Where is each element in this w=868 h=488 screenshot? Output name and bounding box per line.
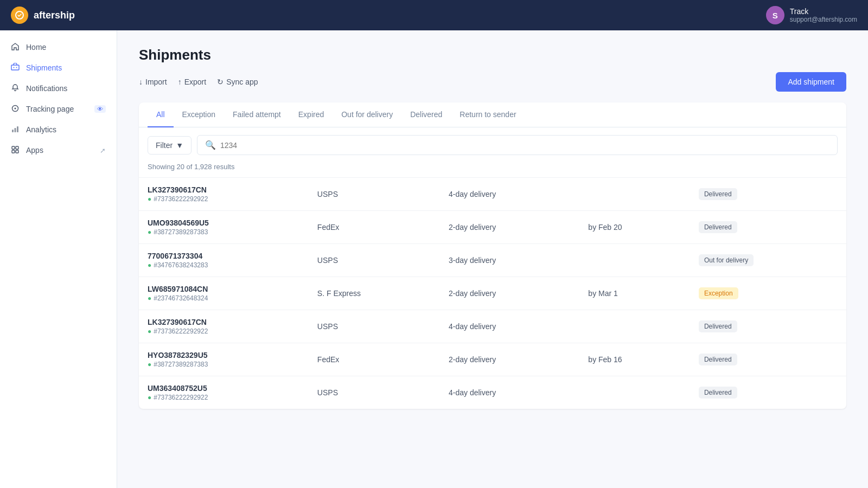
- shipments-icon: [11, 63, 21, 73]
- status-cell: Delivered: [690, 376, 846, 409]
- svg-rect-11: [12, 150, 15, 153]
- user-email: support@aftership.com: [790, 16, 857, 23]
- logo-icon: [11, 7, 28, 24]
- home-icon: [11, 42, 21, 52]
- table-row[interactable]: UM363408752U5 ● #73736222292922 USPS 4-d…: [139, 376, 846, 409]
- sidebar-label-tracking-page: Tracking page: [26, 105, 74, 113]
- sidebar-item-apps[interactable]: Apps ➚: [0, 140, 117, 160]
- toolbar-actions: ↓ Import ↑ Export ↻ Sync app: [139, 78, 258, 86]
- tracking-cell: HYO38782329U5 ● #38727389287383: [139, 343, 309, 376]
- carrier-cell: FedEx: [309, 211, 440, 244]
- sidebar-item-tracking-page[interactable]: Tracking page 👁: [0, 99, 117, 119]
- logo-text: aftership: [34, 10, 75, 21]
- table-row[interactable]: LW685971084CN ● #23746732648324 S. F Exp…: [139, 277, 846, 310]
- sync-button[interactable]: ↻ Sync app: [217, 78, 258, 86]
- tab-exception[interactable]: Exception: [174, 102, 224, 127]
- tab-return-to-sender[interactable]: Return to sender: [451, 102, 525, 127]
- sidebar-item-home[interactable]: Home: [0, 37, 117, 57]
- delivery-date-cell: [579, 244, 690, 277]
- shipments-table: LK327390617CN ● #73736222292922 USPS 4-d…: [139, 177, 846, 409]
- sidebar-item-left: Notifications: [11, 84, 67, 93]
- analytics-icon: [11, 125, 21, 134]
- carrier-cell: USPS: [309, 310, 440, 343]
- sidebar-item-shipments[interactable]: Shipments: [0, 57, 117, 78]
- sidebar-item-notifications[interactable]: Notifications: [0, 78, 117, 99]
- notifications-icon: [11, 84, 21, 93]
- sidebar-item-analytics[interactable]: Analytics: [0, 119, 117, 140]
- carrier-cell: FedEx: [309, 343, 440, 376]
- main-content: Shipments ↓ Import ↑ Export ↻ Sync app A…: [117, 30, 868, 488]
- import-button[interactable]: ↓ Import: [139, 78, 167, 86]
- export-button[interactable]: ↑ Export: [178, 78, 206, 86]
- sidebar-label-apps: Apps: [26, 146, 43, 155]
- green-dot-icon: ●: [148, 328, 151, 335]
- shipments-panel: AllExceptionFailed attemptExpiredOut for…: [139, 102, 846, 409]
- sidebar: Home Shipments Notifications Tracking pa…: [0, 30, 117, 488]
- svg-rect-9: [12, 146, 15, 149]
- carrier-cell: USPS: [309, 376, 440, 409]
- delivery-date-cell: by Feb 16: [579, 343, 690, 376]
- order-ref: ● #34767638243283: [148, 261, 300, 269]
- tracking-id: LK327390617CN: [148, 185, 300, 194]
- sidebar-badge-tracking-page: 👁: [94, 105, 106, 113]
- sync-label: Sync app: [226, 78, 258, 86]
- status-cell: Delivered: [690, 211, 846, 244]
- order-ref: ● #73736222292922: [148, 394, 300, 401]
- svg-rect-7: [15, 128, 16, 132]
- sidebar-item-left: Tracking page: [11, 104, 74, 114]
- top-navigation: aftership S Track support@aftership.com: [0, 0, 868, 30]
- order-ref: ● #23746732648324: [148, 294, 300, 302]
- tab-expired[interactable]: Expired: [290, 102, 333, 127]
- tab-delivered[interactable]: Delivered: [401, 102, 451, 127]
- order-ref: ● #38727389287383: [148, 228, 300, 236]
- table-row[interactable]: LK327390617CN ● #73736222292922 USPS 4-d…: [139, 178, 846, 211]
- tracking-cell: UM363408752U5 ● #73736222292922: [139, 376, 309, 409]
- tab-failed-attempt[interactable]: Failed attempt: [224, 102, 290, 127]
- tracking-id: LK327390617CN: [148, 318, 300, 326]
- status-cell: Exception: [690, 277, 846, 310]
- green-dot-icon: ●: [148, 261, 151, 269]
- order-ref: ● #73736222292922: [148, 195, 300, 203]
- sidebar-item-left: Home: [11, 42, 46, 52]
- filter-button[interactable]: Filter ▼: [148, 136, 192, 155]
- tracking-id: UMO93804569U5: [148, 219, 300, 227]
- sync-icon: ↻: [217, 78, 224, 86]
- add-shipment-button[interactable]: Add shipment: [776, 72, 846, 92]
- delivery-date-cell: [579, 310, 690, 343]
- table-row[interactable]: UMO93804569U5 ● #38727389287383 FedEx 2-…: [139, 211, 846, 244]
- delivery-type-cell: 4-day delivery: [440, 178, 579, 211]
- user-info: Track support@aftership.com: [790, 7, 857, 23]
- tab-all[interactable]: All: [148, 102, 174, 127]
- delivery-type-cell: 2-day delivery: [440, 277, 579, 310]
- sidebar-label-home: Home: [26, 43, 46, 52]
- carrier-cell: USPS: [309, 178, 440, 211]
- order-ref: ● #38727389287383: [148, 361, 300, 368]
- delivery-type-cell: 2-day delivery: [440, 211, 579, 244]
- tab-out-for-delivery[interactable]: Out for delivery: [333, 102, 401, 127]
- tracking-id: UM363408752U5: [148, 384, 300, 393]
- sidebar-item-left: Apps: [11, 145, 43, 155]
- table-row[interactable]: 7700671373304 ● #34767638243283 USPS 3-d…: [139, 244, 846, 277]
- apps-icon: [11, 145, 21, 155]
- table-row[interactable]: HYO38782329U5 ● #38727389287383 FedEx 2-…: [139, 343, 846, 376]
- tracking-cell: LK327390617CN ● #73736222292922: [139, 310, 309, 343]
- svg-point-5: [15, 108, 16, 110]
- green-dot-icon: ●: [148, 294, 151, 302]
- sidebar-label-analytics: Analytics: [26, 125, 56, 134]
- user-area[interactable]: S Track support@aftership.com: [766, 6, 857, 24]
- import-icon: ↓: [139, 78, 143, 86]
- toolbar: ↓ Import ↑ Export ↻ Sync app Add shipmen…: [139, 72, 846, 92]
- tracking-id: LW685971084CN: [148, 285, 300, 293]
- tracking-cell: LW685971084CN ● #23746732648324: [139, 277, 309, 310]
- table-row[interactable]: LK327390617CN ● #73736222292922 USPS 4-d…: [139, 310, 846, 343]
- search-input[interactable]: [220, 141, 829, 150]
- status-badge: Exception: [699, 287, 738, 299]
- results-count: Showing 20 of 1,928 results: [139, 163, 846, 177]
- status-badge: Out for delivery: [699, 254, 754, 266]
- green-dot-icon: ●: [148, 228, 151, 236]
- search-box[interactable]: 🔍: [197, 135, 838, 155]
- search-icon: 🔍: [205, 140, 216, 150]
- tracking-cell: 7700671373304 ● #34767638243283: [139, 244, 309, 277]
- delivery-type-cell: 2-day delivery: [440, 343, 579, 376]
- status-badge: Delivered: [699, 320, 737, 332]
